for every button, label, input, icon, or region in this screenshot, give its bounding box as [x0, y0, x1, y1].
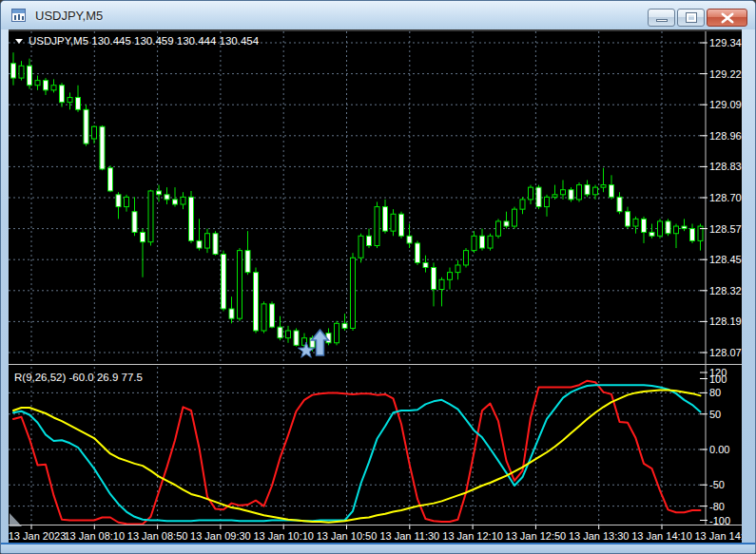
- candle-body: [100, 126, 105, 169]
- minimize-icon: [656, 19, 668, 22]
- candle-body: [448, 273, 453, 280]
- time-axis-label: 13 Jan 14:10: [631, 530, 692, 542]
- candle-body: [666, 221, 670, 234]
- candle-body: [335, 323, 339, 342]
- restore-button[interactable]: [677, 9, 705, 27]
- time-axis-label: 13 Jan 08:10: [64, 530, 125, 542]
- candle-body: [35, 81, 40, 86]
- time-axis-label: 13 Jan 13:30: [569, 530, 630, 542]
- candle-body: [125, 197, 129, 206]
- candle-body: [205, 234, 210, 248]
- candle-body: [633, 219, 638, 226]
- candle-body: [60, 86, 65, 103]
- time-axis-label: 13 Jan 08:50: [127, 530, 188, 542]
- candle-body: [416, 243, 420, 262]
- time-axis-label: 13 Jan 11:30: [379, 530, 439, 542]
- time-axis-label: 13 Jan 12:50: [506, 530, 567, 542]
- candle-body: [44, 81, 48, 90]
- close-icon: [721, 12, 733, 23]
- candle-body: [561, 190, 566, 195]
- candle-body: [488, 236, 493, 248]
- candle-body: [76, 98, 81, 110]
- candle-body: [238, 251, 242, 319]
- candle-body: [165, 195, 169, 200]
- candle-body: [536, 187, 541, 206]
- candle-body: [504, 221, 509, 226]
- title-bar[interactable]: USDJPY,M5: [1, 1, 755, 29]
- time-axis-label: 13 Jan 12:10: [442, 530, 503, 542]
- candle-body: [189, 197, 194, 240]
- candle-body: [351, 258, 356, 328]
- candle-body: [28, 66, 32, 85]
- candle-body: [456, 265, 460, 273]
- time-axis-label: 13 Jan 10:50: [317, 530, 378, 542]
- candle-body: [375, 207, 379, 246]
- candle-body: [181, 197, 185, 204]
- candle-body: [513, 209, 517, 226]
- candle-body: [439, 279, 444, 289]
- close-button[interactable]: [707, 9, 747, 27]
- price-axis-label: 129.090: [709, 99, 742, 110]
- candle-body: [496, 221, 501, 236]
- candle-body: [464, 251, 469, 265]
- price-axis-label: 129.220: [709, 68, 742, 80]
- indicator-header-text: R(9,26,52) -60.0 26.9 77.5: [14, 372, 143, 383]
- candle-body: [593, 187, 598, 195]
- candle-body: [229, 309, 234, 318]
- candle-body: [51, 86, 56, 90]
- indicator-axis-label: -50: [709, 479, 725, 490]
- candle-body: [359, 236, 363, 258]
- candle-body: [132, 212, 137, 233]
- price-axis-label: 129.345: [709, 37, 742, 48]
- indicator-axis-label: -100: [709, 515, 730, 526]
- candle-body: [148, 191, 153, 242]
- candle-body: [569, 190, 573, 200]
- price-axis-label: 128.070: [709, 347, 742, 358]
- indicator-axis-label: 0.00: [709, 444, 729, 455]
- window-bottom-frame: [1, 543, 755, 553]
- candle-body: [626, 212, 630, 226]
- candle-body: [11, 64, 16, 78]
- candle-body: [213, 234, 218, 255]
- minimize-button[interactable]: [648, 9, 675, 27]
- candle-body: [674, 226, 679, 234]
- candle-body: [262, 304, 266, 331]
- price-axis-label: 128.830: [709, 161, 742, 172]
- candle-body: [19, 66, 24, 78]
- time-axis-label: 13 Jan 14:50: [694, 530, 742, 542]
- candle-body: [423, 262, 428, 267]
- time-axis-label: 13 Jan 10:10: [253, 530, 314, 542]
- candle-body: [278, 327, 282, 338]
- ohlc-header: USDJPY,M5 130.445 130.459 130.444 130.45…: [15, 35, 260, 47]
- indicator-axis-label: 80: [709, 387, 721, 398]
- price-axis-label: 128.575: [709, 223, 742, 235]
- candle-body: [254, 273, 259, 331]
- candle-body: [610, 185, 614, 198]
- indicator-axis-label: -80: [709, 501, 725, 512]
- indicator-axis-label: 100: [709, 373, 727, 385]
- candle-body: [68, 98, 72, 103]
- indicator-axis-label: 50: [709, 409, 721, 420]
- candle-body: [157, 191, 162, 195]
- candle-body: [601, 185, 606, 188]
- candle-body: [658, 221, 663, 236]
- candle-body: [577, 185, 582, 200]
- candle-body: [682, 226, 687, 229]
- candle-body: [690, 229, 695, 241]
- candle-body: [197, 240, 202, 248]
- candle-body: [480, 236, 485, 248]
- candle-body: [286, 331, 291, 338]
- mt4-chart-window: USDJPY,M5 129.345129.220129.090128.96012…: [0, 0, 756, 554]
- price-axis-label: 128.325: [709, 285, 742, 296]
- candle-body: [520, 200, 525, 209]
- candle-body: [472, 236, 476, 250]
- chart-client-area[interactable]: 129.345129.220129.090128.960128.830128.7…: [9, 29, 742, 544]
- candle-body: [116, 195, 121, 207]
- candle-body: [399, 214, 404, 236]
- candle-body: [529, 187, 533, 200]
- restore-icon: [687, 13, 696, 22]
- chart-canvas[interactable]: 129.345129.220129.090128.960128.830128.7…: [9, 29, 742, 544]
- candle-body: [407, 236, 412, 243]
- candle-body: [342, 323, 347, 328]
- candle-body: [649, 232, 654, 236]
